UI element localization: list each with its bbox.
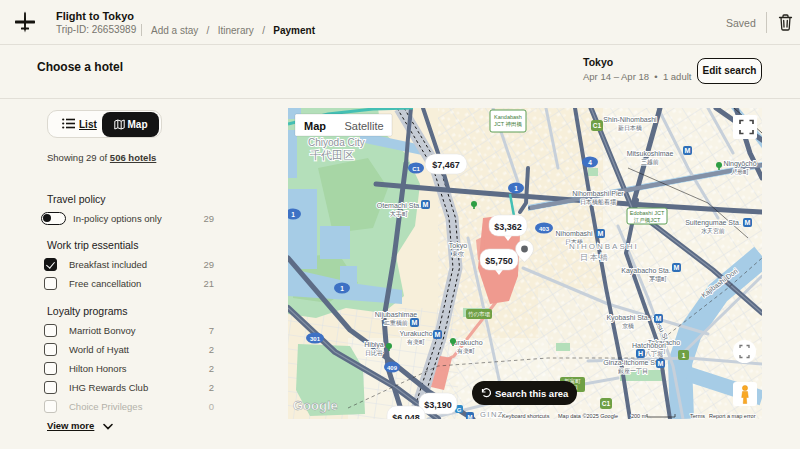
- svg-text:Map data ©2025 Google: Map data ©2025 Google: [558, 413, 618, 419]
- svg-text:M: M: [423, 201, 429, 208]
- svg-text:Otemachi Sta.: Otemachi Sta.: [377, 202, 421, 209]
- svg-text:403: 403: [539, 226, 550, 232]
- svg-text:新日本橋: 新日本橋: [618, 124, 642, 132]
- svg-text:Suitengumae Sta.: Suitengumae Sta.: [685, 219, 741, 227]
- svg-text:Ginza-itchome Sta.: Ginza-itchome Sta.: [603, 359, 663, 366]
- svg-text:Map: Map: [304, 120, 326, 132]
- svg-text:G: G: [457, 407, 462, 413]
- svg-text:C1: C1: [412, 166, 420, 172]
- svg-text:Nijubashimae: Nijubashimae: [375, 311, 418, 319]
- svg-text:Keyboard shortcuts: Keyboard shortcuts: [502, 413, 550, 419]
- svg-text:Hibiya: Hibiya: [364, 341, 384, 349]
- svg-text:Edobashi JCT: Edobashi JCT: [630, 210, 665, 216]
- svg-text:Tokyo: Tokyo: [449, 242, 467, 250]
- svg-text:人形町: 人形町: [730, 168, 749, 175]
- svg-text:M: M: [745, 219, 751, 226]
- svg-text:日本橋: 日本橋: [580, 253, 610, 262]
- svg-text:C1: C1: [602, 400, 611, 407]
- svg-text:H: H: [638, 350, 643, 357]
- svg-text:Kayabacho Sta.: Kayabacho Sta.: [621, 267, 670, 275]
- svg-text:$6,048: $6,048: [392, 413, 420, 420]
- svg-text:Google: Google: [293, 398, 338, 413]
- svg-text:千代田区: 千代田区: [310, 149, 354, 161]
- svg-text:日比谷: 日比谷: [365, 350, 383, 357]
- svg-text:301: 301: [310, 336, 321, 342]
- svg-text:茅場町: 茅場町: [649, 275, 667, 283]
- svg-text:C1: C1: [593, 122, 602, 129]
- svg-text:日本橋船着場: 日本橋船着場: [580, 198, 616, 206]
- svg-text:二重橋前: 二重橋前: [384, 319, 408, 326]
- svg-text:Kyobashi Sta.: Kyobashi Sta.: [606, 314, 649, 322]
- svg-text:Yurakucho: Yurakucho: [399, 330, 432, 337]
- svg-text:$3,362: $3,362: [494, 222, 522, 232]
- svg-text:竹の市場: 竹の市場: [468, 311, 491, 318]
- svg-text:$7,467: $7,467: [432, 160, 460, 170]
- svg-text:Report a map error: Report a map error: [709, 413, 756, 419]
- svg-text:八丁堀: 八丁堀: [645, 350, 663, 357]
- svg-text:M: M: [685, 147, 691, 154]
- svg-text:Search this area: Search this area: [495, 388, 569, 399]
- svg-text:江戸橋JCT: 江戸橋JCT: [634, 217, 661, 224]
- svg-text:409: 409: [387, 365, 398, 371]
- svg-text:三越前: 三越前: [641, 159, 659, 166]
- svg-text:M: M: [658, 360, 664, 367]
- svg-text:Kandabash: Kandabash: [494, 114, 522, 120]
- svg-text:M: M: [598, 230, 604, 237]
- svg-text:1: 1: [291, 211, 295, 218]
- svg-text:Ningyōchō: Ningyōchō: [723, 160, 756, 168]
- svg-text:Terms: Terms: [690, 413, 705, 419]
- svg-text:Chiyoda City: Chiyoda City: [308, 137, 365, 148]
- svg-text:200 m: 200 m: [631, 413, 647, 419]
- svg-text:Hatchōbori: Hatchōbori: [632, 342, 666, 349]
- svg-text:4: 4: [588, 159, 592, 166]
- svg-text:1: 1: [514, 185, 518, 192]
- svg-text:京橋: 京橋: [622, 323, 634, 329]
- svg-text:大手町: 大手町: [390, 210, 408, 217]
- svg-text:1: 1: [340, 285, 344, 292]
- svg-text:M: M: [674, 264, 680, 271]
- svg-text:有楽町: 有楽町: [456, 347, 475, 354]
- svg-text:GINZ: GINZ: [480, 410, 504, 419]
- svg-text:東京: 東京: [452, 251, 464, 257]
- svg-text:M: M: [412, 319, 418, 326]
- svg-text:1: 1: [682, 352, 686, 359]
- svg-text:Mitsukoshimae: Mitsukoshimae: [627, 150, 674, 157]
- svg-text:有楽町: 有楽町: [406, 338, 425, 345]
- svg-text:$5,750: $5,750: [485, 256, 513, 266]
- svg-text:NIHONBASHI: NIHONBASHI: [569, 242, 639, 251]
- svg-text:銀座一丁目: 銀座一丁目: [618, 367, 648, 375]
- svg-text:Satellite: Satellite: [344, 120, 383, 132]
- svg-text:JCT 神田橋: JCT 神田橋: [494, 121, 523, 127]
- svg-text:M: M: [656, 315, 662, 322]
- svg-text:$3,190: $3,190: [424, 400, 452, 410]
- svg-text:M: M: [435, 331, 441, 338]
- svg-text:水天宮前: 水天宮前: [701, 227, 725, 235]
- svg-text:Shin-Nihombashi: Shin-Nihombashi: [603, 116, 657, 123]
- svg-text:M: M: [468, 414, 473, 420]
- svg-text:Nihombashi Pier: Nihombashi Pier: [572, 190, 624, 197]
- svg-text:Nihombashi: Nihombashi: [556, 230, 593, 237]
